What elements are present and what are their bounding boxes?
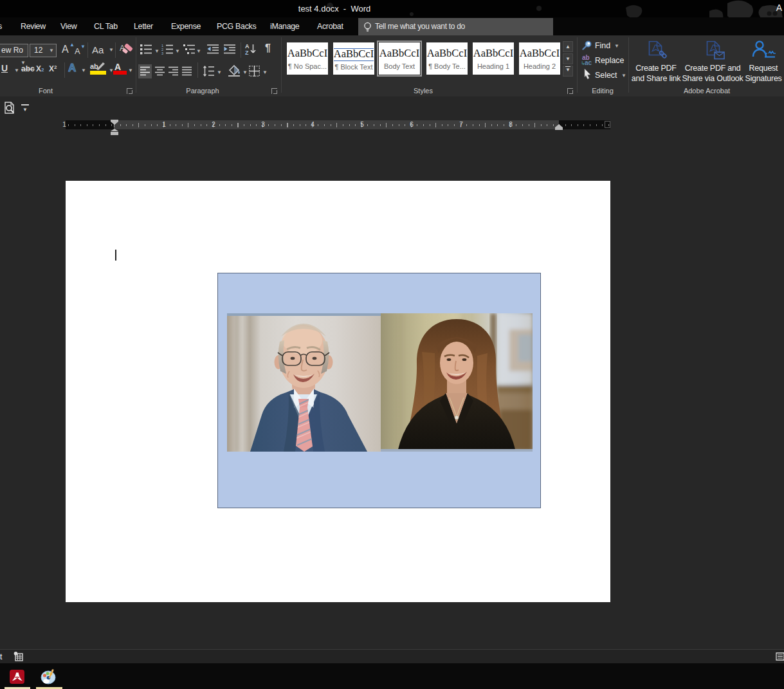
svg-text:A: A [245,43,250,50]
svg-text:ac: ac [585,59,592,66]
svg-text:A: A [114,62,121,72]
svg-text:Z: Z [245,50,249,55]
svg-text:↳: ↳ [581,60,585,66]
svg-text:3: 3 [161,51,163,55]
